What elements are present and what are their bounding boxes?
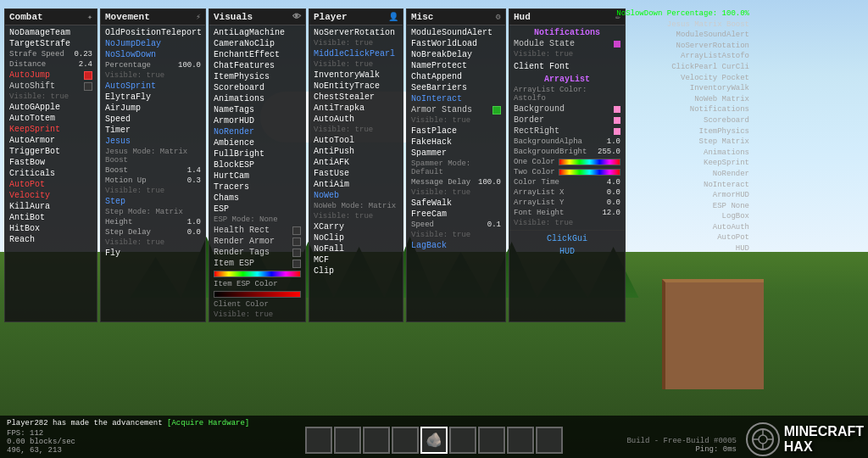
hotbar-slot-7[interactable] (478, 427, 505, 454)
block-esp[interactable]: BlockESP (209, 159, 305, 170)
chat-append[interactable]: ChatAppend (407, 71, 505, 82)
autojump[interactable]: AutoJump (5, 70, 97, 81)
autoshift[interactable]: AutoShift (5, 81, 97, 92)
hotbar-slot-5[interactable]: 🪨 (420, 427, 448, 454)
see-barriers[interactable]: SeeBarriers (407, 82, 505, 93)
velocity[interactable]: Velocity (5, 190, 97, 201)
tracers[interactable]: Tracers (209, 182, 305, 193)
nofall[interactable]: NoFall (309, 243, 403, 254)
client-font[interactable]: Client Font (509, 59, 625, 72)
jesus[interactable]: Jesus (101, 136, 205, 147)
hud-item[interactable]: HUD (509, 245, 625, 258)
no-jump-delay[interactable]: NoJumpDelay (101, 38, 205, 49)
no-web[interactable]: NoWeb (309, 190, 403, 201)
click-gui[interactable]: ClickGui (509, 232, 625, 245)
reach[interactable]: Reach (5, 234, 97, 245)
ambience[interactable]: Ambience (209, 137, 305, 148)
armor-stands[interactable]: Armor Stands (407, 104, 505, 115)
autosprint[interactable]: AutoSprint (101, 81, 205, 92)
hotbar-slot-6[interactable] (449, 427, 476, 454)
old-position-teleport[interactable]: OldPositionTeleport (101, 27, 205, 38)
armor-hud[interactable]: ArmorHUD (209, 115, 305, 126)
render-tags[interactable]: Render Tags (209, 247, 305, 258)
antilag-machine[interactable]: AntiLagMachine (209, 27, 305, 38)
movement-panel-header[interactable]: Movement ⚡ (101, 9, 205, 25)
name-protect[interactable]: NameProtect (407, 60, 505, 71)
fly[interactable]: Fly (101, 248, 205, 259)
fastbow[interactable]: FastBow (5, 157, 97, 168)
chat-features[interactable]: ChatFeatures (209, 60, 305, 71)
border-check[interactable]: Border (509, 114, 625, 126)
scoreboard[interactable]: Scoreboard (209, 82, 305, 93)
notifications-item[interactable]: Notifications (509, 27, 625, 38)
fast-world-load[interactable]: FastWorldLoad (407, 38, 505, 49)
visuals-panel-header[interactable]: Visuals 👁 (209, 9, 305, 25)
speed[interactable]: Speed (101, 114, 205, 125)
animations[interactable]: Animations (209, 93, 305, 104)
autoarmor[interactable]: AutoArmor (5, 135, 97, 146)
fast-use[interactable]: FastUse (309, 168, 403, 179)
free-cam[interactable]: FreeCam (407, 209, 505, 220)
keepsprint[interactable]: KeepSprint (5, 124, 97, 135)
hotbar-slot-4[interactable] (392, 427, 419, 454)
chams[interactable]: Chams (209, 193, 305, 204)
hotbar-slot-8[interactable] (507, 427, 534, 454)
safe-walk[interactable]: SafeWalk (407, 198, 505, 209)
no-damage-team[interactable]: NoDamageTeam (5, 27, 97, 38)
background-check[interactable]: Background (509, 103, 625, 114)
no-render[interactable]: NoRender (209, 126, 305, 137)
mcf[interactable]: MCF (309, 254, 403, 265)
esp[interactable]: ESP (209, 204, 305, 215)
step[interactable]: Step (101, 196, 205, 207)
clip[interactable]: Clip (309, 265, 403, 276)
render-armor[interactable]: Render Armor (209, 236, 305, 247)
name-tags[interactable]: NameTags (209, 104, 305, 115)
timer[interactable]: Timer (101, 125, 205, 136)
anti-trapka[interactable]: AntiTrapka (309, 103, 403, 114)
full-bright[interactable]: FullBright (209, 148, 305, 159)
hotbar-slot-2[interactable] (334, 427, 361, 454)
esp-color-bar[interactable] (214, 271, 301, 277)
antibot[interactable]: AntiBot (5, 212, 97, 223)
hitbox[interactable]: HitBox (5, 223, 97, 234)
camera-noclip[interactable]: CameraNoClip (209, 38, 305, 49)
module-sound-alert[interactable]: ModuleSoundAlert (407, 27, 505, 38)
autopot[interactable]: AutoPot (5, 179, 97, 190)
hotbar-slot-1[interactable] (305, 427, 332, 454)
player-panel-header[interactable]: Player 👤 (309, 9, 403, 25)
hotbar-slot-9[interactable] (536, 427, 563, 454)
spammer[interactable]: Spammer (407, 148, 505, 159)
killaura[interactable]: KillAura (5, 201, 97, 212)
elytrafly[interactable]: ElytraFly (101, 92, 205, 103)
combat-panel-header[interactable]: Combat ✦ (5, 9, 97, 25)
hud-panel-header[interactable]: Hud ✏ (509, 9, 625, 25)
misc-panel-header[interactable]: Misc ⚙ (407, 9, 505, 25)
no-entity-trace[interactable]: NoEntityTrace (309, 81, 403, 92)
xcarry[interactable]: XCarry (309, 221, 403, 232)
middle-click-pearl[interactable]: MiddleClickPearl (309, 48, 403, 59)
hotbar-slot-3[interactable] (363, 427, 390, 454)
criticals[interactable]: Criticals (5, 168, 97, 179)
one-color-bar[interactable] (559, 159, 620, 165)
anti-afk[interactable]: AntiAFK (309, 157, 403, 168)
chest-stealer[interactable]: ChestStealer (309, 92, 403, 103)
auto-tool[interactable]: AutoTool (309, 135, 403, 146)
lag-back[interactable]: LagBack (407, 240, 505, 251)
autototem[interactable]: AutoTotem (5, 113, 97, 124)
enchant-effect[interactable]: EnchantEffect (209, 49, 305, 60)
auto-auth[interactable]: AutoAuth (309, 114, 403, 125)
noclip[interactable]: NoClip (309, 232, 403, 243)
arraylist-item[interactable]: ArrayList (509, 72, 625, 85)
hurt-cam[interactable]: HurtCam (209, 170, 305, 182)
airjump[interactable]: AirJump (101, 103, 205, 114)
item-physics[interactable]: ItemPhysics (209, 71, 305, 82)
item-esp-color-bar[interactable] (214, 291, 301, 298)
item-esp[interactable]: Item ESP (209, 258, 305, 269)
anti-aim[interactable]: AntiAim (309, 179, 403, 190)
no-interact[interactable]: NoInteract (407, 93, 505, 104)
no-server-rotation[interactable]: NoServerRotation (309, 27, 403, 38)
triggerbot[interactable]: TriggerBot (5, 146, 97, 157)
auto-gapple[interactable]: AutoGApple (5, 102, 97, 113)
no-break-delay[interactable]: NoBreakDelay (407, 49, 505, 60)
two-color-bar[interactable] (559, 169, 620, 176)
